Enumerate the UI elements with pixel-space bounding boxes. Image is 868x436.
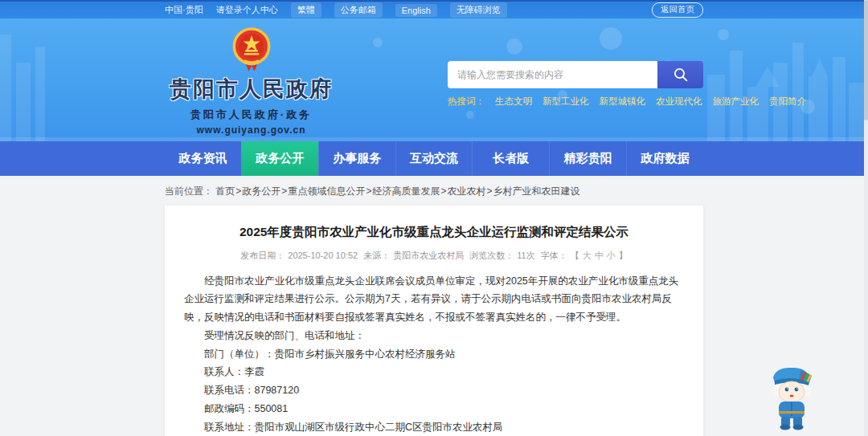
hot-search-link-tourism[interactable]: 旅游产业化 <box>713 96 760 108</box>
article-title: 2025年度贵阳市农业产业化市级重点龙头企业运行监测和评定结果公示 <box>184 223 684 241</box>
source-label: 来源： <box>363 251 390 260</box>
article-paragraph-contact-person: 联系人：李霞 <box>184 363 684 381</box>
article-paragraph: 受理情况反映的部门、电话和地址： <box>184 327 684 345</box>
breadcrumb-item-home[interactable]: 首页 <box>215 185 235 197</box>
font-size-bracket: 【 <box>571 251 579 260</box>
views-label: 浏览次数： <box>469 251 514 260</box>
scrollbar-track[interactable] <box>864 0 868 436</box>
hot-search-link-guiyang-intro[interactable]: 贵阳简介 <box>769 96 806 108</box>
hot-search-link-industrialization[interactable]: 新型工业化 <box>542 96 589 108</box>
search-input[interactable] <box>448 61 657 88</box>
hot-search-link-ecology[interactable]: 生态文明 <box>495 96 532 108</box>
topbar-link-official-mail[interactable]: 公务邮箱 <box>334 2 383 18</box>
main-navigation: 政务资讯 政务公开 办事服务 互动交流 长者版 精彩贵阳 政府数据 <box>0 141 868 176</box>
breadcrumb-item-economy[interactable]: 经济高质量发展 <box>372 185 440 197</box>
source: 贵阳市农业农村局 <box>393 251 464 260</box>
nav-item-services[interactable]: 办事服务 <box>318 141 395 176</box>
article-paragraph-address: 联系地址：贵阳市观山湖区市级行政中心二期C区贵阳市农业农村局 <box>184 418 684 436</box>
search-area: 热搜词： 生态文明 新型工业化 新型城镇化 农业现代化 旅游产业化 贵阳简介 <box>448 61 703 108</box>
article-paragraph: 经贵阳市农业产业化市级重点龙头企业联席会议成员单位审定，现对2025年开展的农业… <box>184 272 684 327</box>
article-paragraph-phone: 联系电话：87987120 <box>184 381 684 400</box>
topbar-link-login-personal-center[interactable]: 请登录个人中心 <box>216 4 278 16</box>
nav-item-senior-version[interactable]: 长者版 <box>472 141 549 176</box>
nav-item-wonderful-guiyang[interactable]: 精彩贵阳 <box>549 141 626 176</box>
site-url: www.guiyang.gov.cn <box>196 124 305 136</box>
breadcrumb-item-key-areas[interactable]: 重点领域信息公开 <box>288 185 365 197</box>
search-icon <box>673 67 689 83</box>
breadcrumb-label: 当前位置： <box>165 185 213 197</box>
hot-search-label: 热搜词： <box>448 96 485 108</box>
topbar-link-english[interactable]: English <box>395 4 437 17</box>
breadcrumb: 当前位置： 首页>政务公开>重点领域信息公开>经济高质量发展>农业农村>乡村产业… <box>165 176 703 206</box>
nav-item-gov-data[interactable]: 政府数据 <box>626 141 703 176</box>
site-subtitle: 贵阳市人民政府·政务 <box>190 108 312 122</box>
breadcrumb-separator: > <box>440 185 446 197</box>
font-size-bracket: 】 <box>619 251 628 260</box>
topbar-link-traditional-chinese[interactable]: 繁體 <box>291 2 321 18</box>
search-button[interactable] <box>657 61 703 88</box>
hot-search-row: 热搜词： 生态文明 新型工业化 新型城镇化 农业现代化 旅游产业化 贵阳简介 <box>448 96 703 108</box>
publish-date: 2025-10-20 10:52 <box>288 251 358 260</box>
font-size-large-button[interactable]: 大 <box>583 251 592 260</box>
views-count: 11次 <box>517 251 534 260</box>
topbar-link-china-guiyang[interactable]: 中国·贵阳 <box>165 4 203 16</box>
breadcrumb-separator: > <box>281 185 287 197</box>
site-header: 贵阳市人民政府 贵阳市人民政府·政务 www.guiyang.gov.cn 热搜… <box>0 18 868 141</box>
breadcrumb-separator: > <box>486 185 492 197</box>
nav-item-news[interactable]: 政务资讯 <box>165 141 241 176</box>
breadcrumb-item-rural-industry[interactable]: 乡村产业和农田建设 <box>493 185 579 197</box>
breadcrumb-item-disclosure[interactable]: 政务公开 <box>242 185 280 197</box>
site-title: 贵阳市人民政府 <box>170 75 333 104</box>
breadcrumb-separator: > <box>366 185 371 197</box>
font-size-small-button[interactable]: 小 <box>607 251 616 260</box>
hot-search-link-urbanization[interactable]: 新型城镇化 <box>600 96 646 108</box>
article-paragraph-postcode: 邮政编码：550081 <box>184 400 684 418</box>
hot-search-link-agriculture[interactable]: 农业现代化 <box>656 96 702 108</box>
font-size-label: 字体： <box>541 251 567 260</box>
national-emblem-icon <box>231 26 272 73</box>
topbar-link-accessibility[interactable]: 无障碍浏览 <box>450 2 507 18</box>
font-size-medium-button[interactable]: 中 <box>595 251 604 260</box>
breadcrumb-item-agriculture[interactable]: 农业农村 <box>447 185 485 197</box>
publish-date-label: 发布日期： <box>240 251 285 260</box>
guiyang-mascot-icon <box>768 363 817 430</box>
nav-item-interaction[interactable]: 互动交流 <box>395 141 473 176</box>
article-paragraph-department: 部门（单位）：贵阳市乡村振兴服务中心农村经济服务站 <box>184 345 684 364</box>
breadcrumb-separator: > <box>235 185 241 197</box>
top-utility-bar: 中国·贵阳 请登录个人中心 繁體 公务邮箱 English 无障碍浏览 返回首页 <box>0 0 868 18</box>
article-card: 2025年度贵阳市农业产业化市级重点龙头企业运行监测和评定结果公示 发布日期：2… <box>165 206 703 436</box>
nav-item-gov-disclosure[interactable]: 政务公开 <box>241 141 318 176</box>
article-body: 经贵阳市农业产业化市级重点龙头企业联席会议成员单位审定，现对2025年开展的农业… <box>184 272 684 436</box>
scrollbar-thumb[interactable] <box>864 0 868 120</box>
article-meta: 发布日期：2025-10-20 10:52 来源：贵阳市农业农村局 浏览次数：1… <box>184 250 684 262</box>
mascot-assistant[interactable] <box>768 363 817 430</box>
site-logo[interactable]: 贵阳市人民政府 贵阳市人民政府·政务 www.guiyang.gov.cn <box>165 26 338 136</box>
return-home-button[interactable]: 返回首页 <box>652 2 703 18</box>
